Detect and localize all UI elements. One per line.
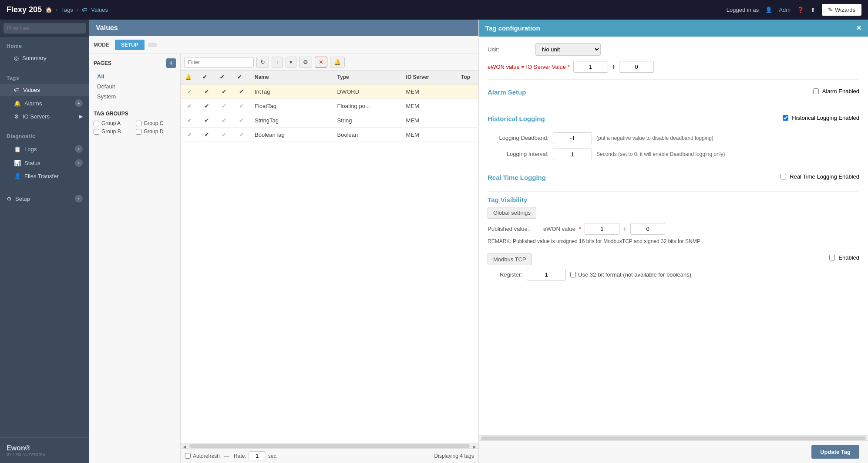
historical-logging-title: Historical Logging bbox=[488, 115, 545, 125]
group-a-item[interactable]: Group A bbox=[94, 120, 134, 126]
tag-groups-title: TAG GROUPS bbox=[94, 111, 176, 117]
group-b-item[interactable]: Group B bbox=[94, 128, 134, 135]
autorefresh-checkbox[interactable] bbox=[185, 453, 191, 459]
ewon-logo: Ewon® BY HMS NETWORKS bbox=[0, 437, 89, 463]
alarm-enabled-label[interactable]: Alarm Enabled bbox=[813, 88, 859, 95]
right-horizontal-scrollbar[interactable] bbox=[479, 435, 868, 440]
breadcrumb-tags[interactable]: Tags bbox=[61, 7, 73, 13]
setup-icon: ⚙ bbox=[7, 196, 12, 202]
table-row[interactable]: ✔ ✔ ✔ ✔ IntTag DWORD MEM bbox=[181, 84, 478, 99]
table-row[interactable]: ✔ ✔ ✔ ✔ StringTag String MEM bbox=[181, 113, 478, 128]
scrollbar-thumb[interactable] bbox=[189, 444, 470, 448]
sidebar-item-alarms[interactable]: 🔔 Alarms + bbox=[0, 96, 89, 110]
autorefresh-checkbox-label[interactable]: Autorefresh bbox=[185, 453, 220, 459]
group-c-item[interactable]: Group C bbox=[136, 120, 176, 126]
alarms-label: Alarms bbox=[24, 100, 42, 107]
group-a-checkbox[interactable] bbox=[94, 121, 99, 126]
unit-row: Unit: No unit bbox=[488, 43, 859, 56]
row-c2-int: ✔ bbox=[215, 84, 233, 99]
scroll-right-arrow[interactable]: ▶ bbox=[473, 444, 476, 449]
row-type-bool: Boolean bbox=[333, 128, 402, 142]
group-c-checkbox[interactable] bbox=[136, 121, 141, 126]
group-d-checkbox[interactable] bbox=[136, 129, 141, 135]
table-row[interactable]: ✔ ✔ ✔ ✔ BooleanTag Boolean MEM bbox=[181, 128, 478, 142]
col-header-c3: ✔ bbox=[233, 71, 250, 84]
real-time-enabled-checkbox[interactable] bbox=[781, 174, 786, 179]
historical-enabled-checkbox[interactable] bbox=[783, 115, 788, 121]
col-header-name[interactable]: Name bbox=[250, 71, 333, 84]
scroll-left-arrow[interactable]: ◀ bbox=[183, 444, 186, 449]
modbus-enabled-checkbox[interactable] bbox=[829, 255, 835, 260]
other-mode-button[interactable] bbox=[148, 43, 157, 47]
published-value-input1[interactable] bbox=[585, 223, 619, 235]
alarm-setup-title: Alarm Setup bbox=[488, 88, 526, 98]
refresh-button[interactable]: ↻ bbox=[256, 57, 269, 68]
logout-icon[interactable]: ⬆ bbox=[811, 7, 815, 13]
sidebar-item-io-servers[interactable]: ⚙ IO Servers ▶ bbox=[0, 110, 89, 123]
wizards-button[interactable]: ✎ Wizards bbox=[822, 4, 861, 16]
sidebar-item-files-transfer[interactable]: 👤 Files Transfer bbox=[0, 170, 89, 182]
sidebar-item-values[interactable]: 🏷 Values bbox=[0, 84, 89, 96]
use-32bit-checkbox[interactable] bbox=[570, 272, 576, 277]
row-c2-bool: ✔ bbox=[215, 128, 233, 142]
values-icon: 🏷 bbox=[14, 87, 20, 93]
sidebar-item-logs[interactable]: 📋 Logs + bbox=[0, 142, 89, 156]
use-32bit-label[interactable]: Use 32-bit format (not available for boo… bbox=[570, 271, 691, 278]
row-c2-string: ✔ bbox=[215, 113, 233, 128]
update-tag-button[interactable]: Update Tag bbox=[811, 445, 859, 459]
row-name-bool: BooleanTag bbox=[250, 128, 333, 142]
page-link-all[interactable]: All bbox=[94, 71, 176, 81]
filter-tree-input[interactable] bbox=[3, 23, 86, 34]
sidebar-filter-area bbox=[0, 20, 89, 37]
sidebar-section-diagnostic-title: Diagnostic bbox=[0, 132, 89, 142]
add-tag-button[interactable]: + bbox=[272, 57, 283, 68]
right-scrollbar-thumb[interactable] bbox=[481, 436, 866, 440]
ewon-value-input1[interactable] bbox=[573, 61, 608, 73]
alarm-notify-button[interactable]: 🔔 bbox=[330, 57, 345, 68]
top-navigation: Flexy 205 🏠 › Tags › 🏷 Values Logged in … bbox=[0, 0, 868, 20]
ewon-value-input2[interactable] bbox=[619, 61, 654, 73]
modbus-enabled-label[interactable]: Enabled bbox=[829, 254, 859, 261]
help-icon[interactable]: ❓ bbox=[797, 7, 804, 13]
sidebar-item-summary[interactable]: ◎ Summary bbox=[0, 52, 89, 64]
setup-mode-button[interactable]: SETUP bbox=[115, 40, 145, 50]
page-link-system[interactable]: System bbox=[94, 91, 176, 101]
sidebar-section-home: Home ◎ Summary bbox=[0, 37, 89, 69]
table-horizontal-scrollbar[interactable]: ◀ ▶ bbox=[181, 443, 478, 448]
col-header-type[interactable]: Type bbox=[333, 71, 402, 84]
col-header-io-server[interactable]: IO Server bbox=[402, 71, 457, 84]
ewon-plus: + bbox=[612, 63, 616, 71]
tag-visibility-title: Tag Visibility bbox=[488, 196, 527, 206]
logging-interval-input[interactable] bbox=[553, 149, 592, 160]
settings-button[interactable]: ⚙ bbox=[299, 57, 312, 68]
historical-enabled-label[interactable]: Historical Logging Enabled bbox=[783, 115, 859, 121]
sidebar-item-setup[interactable]: ⚙ Setup + bbox=[0, 191, 89, 206]
main-layout: Home ◎ Summary Tags 🏷 Values 🔔 Alarms + … bbox=[0, 20, 868, 463]
add-page-button[interactable]: + bbox=[166, 58, 176, 68]
alarm-enabled-checkbox[interactable] bbox=[813, 88, 819, 94]
unit-select[interactable]: No unit bbox=[535, 43, 601, 56]
table-row[interactable]: ✔ ✔ ✔ ✔ FloatTag Floating po... MEM bbox=[181, 99, 478, 113]
delete-button[interactable]: ✕ bbox=[315, 57, 327, 68]
logging-deadband-input[interactable] bbox=[553, 132, 592, 144]
breadcrumb-values[interactable]: Values bbox=[91, 7, 108, 13]
table-filter-input[interactable] bbox=[184, 57, 254, 68]
group-b-checkbox[interactable] bbox=[94, 129, 99, 135]
register-input[interactable] bbox=[527, 269, 566, 281]
sidebar-item-status[interactable]: 📊 Status + bbox=[0, 156, 89, 170]
real-time-divider bbox=[488, 165, 859, 165]
tag-config-close-button[interactable]: ✕ bbox=[856, 24, 861, 32]
group-a-label: Group A bbox=[101, 120, 121, 126]
home-icon[interactable]: 🏠 bbox=[45, 7, 52, 13]
page-link-default[interactable]: Default bbox=[94, 81, 176, 91]
col-header-top[interactable]: Top bbox=[457, 71, 478, 84]
published-value-input2[interactable] bbox=[630, 223, 665, 235]
modbus-tcp-button[interactable]: Modbus TCP bbox=[488, 253, 532, 265]
row-alarm-float: ✔ bbox=[181, 99, 198, 113]
rate-input[interactable] bbox=[249, 451, 266, 460]
setup-label: Setup bbox=[15, 196, 30, 202]
global-settings-button[interactable]: Global settings bbox=[488, 207, 536, 219]
add-tag-dropdown[interactable]: ▾ bbox=[286, 57, 296, 68]
group-d-item[interactable]: Group D bbox=[136, 128, 176, 135]
real-time-enabled-label[interactable]: Real Time Logging Enabled bbox=[781, 173, 859, 180]
